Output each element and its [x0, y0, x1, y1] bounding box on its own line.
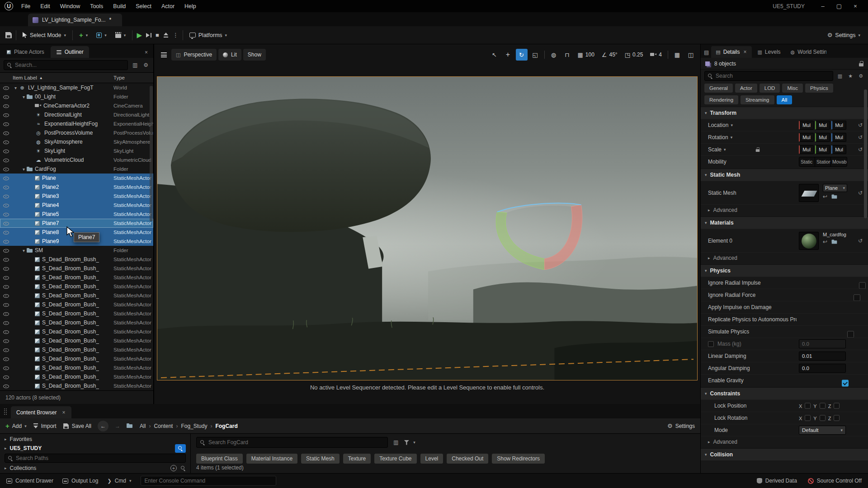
visibility-toggle[interactable] — [0, 155, 12, 164]
output-log-button[interactable]: Output Log — [62, 478, 98, 484]
add-collection-icon[interactable]: + — [170, 465, 177, 471]
select-tool-button[interactable]: ↖ — [489, 49, 500, 61]
camera-speed-button[interactable]: 4 — [647, 49, 665, 61]
mass-kg-input[interactable]: 0.0 — [799, 339, 846, 348]
mode-dropdown[interactable]: Default▾ — [799, 426, 846, 435]
expander-caret-icon[interactable]: ▾ — [21, 167, 27, 172]
eject-button[interactable] — [163, 33, 169, 38]
material-thumbnail[interactable] — [799, 232, 819, 250]
menu-select[interactable]: Select — [131, 2, 156, 11]
maximize-button[interactable]: ▢ — [831, 3, 847, 9]
section-header-collision[interactable]: ▾ Collision — [701, 448, 868, 460]
visibility-toggle[interactable] — [0, 201, 12, 210]
filter-chip-texture[interactable]: Texture — [343, 454, 371, 464]
scale-y-field[interactable]: Mul — [815, 145, 830, 154]
menu-edit[interactable]: Edit — [36, 2, 55, 11]
lock-rotation-y-checkbox[interactable] — [820, 415, 826, 421]
visibility-toggle[interactable] — [0, 183, 12, 192]
rotation-z-field[interactable]: Mul — [831, 133, 846, 142]
scale-lock-icon[interactable] — [756, 147, 760, 152]
rotate-tool-button[interactable]: ↻ — [516, 49, 528, 61]
panel-menu-icon[interactable]: ▤ — [703, 49, 710, 56]
category-tab-misc[interactable]: Misc — [782, 84, 803, 93]
enable-gravity-checkbox[interactable] — [842, 380, 849, 386]
visibility-toggle[interactable] — [0, 354, 12, 363]
ignore-radial-force-checkbox[interactable] — [854, 294, 860, 301]
world-space-button[interactable]: ◍ — [548, 49, 560, 61]
filter-chip-checked-out[interactable]: Checked Out — [447, 454, 488, 464]
move-tool-button[interactable]: + — [502, 49, 514, 61]
view-options-icon[interactable]: ▥ — [131, 62, 139, 68]
mobility-static[interactable]: Static — [799, 157, 815, 166]
visibility-toggle[interactable] — [0, 119, 12, 128]
favorites-section[interactable]: ▸ Favorites — [0, 435, 190, 444]
visibility-toggle[interactable] — [0, 137, 12, 146]
outliner-settings-gear-icon[interactable]: ⚙ — [142, 62, 150, 68]
rotation-snap-button[interactable]: ∠45° — [599, 49, 620, 61]
viewport-layout-button[interactable]: ▦ — [671, 49, 683, 61]
location-y-field[interactable]: Mul — [815, 121, 830, 130]
visibility-toggle[interactable] — [0, 363, 12, 372]
visibility-toggle[interactable] — [0, 381, 12, 390]
section-header-physics[interactable]: ▾ Physics — [701, 264, 868, 277]
filter-tab-rendering[interactable]: Rendering — [704, 95, 738, 104]
visibility-toggle[interactable] — [0, 336, 12, 345]
outliner-row[interactable]: S_Dead_Broom_Bush_StaticMeshActor — [0, 336, 153, 345]
advanced-expander[interactable]: ▸ Advanced — [701, 436, 868, 447]
outliner-row[interactable]: ☀DirectionalLightDirectionalLight — [0, 110, 153, 119]
filter-funnel-icon[interactable] — [404, 440, 409, 445]
category-tab-lod[interactable]: LOD — [760, 84, 780, 93]
level-asset-tab[interactable]: LV_Lighting_Sample_Fo... * — [28, 14, 122, 26]
search-paths-toggle[interactable] — [175, 444, 186, 453]
visibility-toggle[interactable] — [0, 264, 12, 273]
lock-rotation-z-checkbox[interactable] — [834, 415, 840, 421]
details-search-input[interactable]: Search — [704, 71, 833, 81]
visibility-toggle[interactable] — [0, 237, 12, 246]
mobility-movable[interactable]: Movable — [831, 157, 847, 166]
favorites-star-icon[interactable]: ★ — [847, 73, 854, 79]
outliner-row[interactable]: S_Dead_Broom_Bush_StaticMeshActor — [0, 381, 153, 390]
view-mode-dropdown[interactable]: Lit — [218, 49, 241, 61]
save-icon[interactable] — [5, 32, 12, 38]
ignore-radial-impulse-checkbox[interactable] — [859, 282, 866, 289]
section-header-transform[interactable]: ▾ Transform — [701, 107, 868, 119]
outliner-row[interactable]: S_Dead_Broom_Bush_StaticMeshActor — [0, 363, 153, 372]
search-paths-input[interactable]: Search Paths — [5, 454, 186, 463]
visibility-toggle[interactable] — [0, 92, 12, 101]
outliner-row[interactable]: S_Dead_Broom_Bush_StaticMeshActor — [0, 273, 153, 282]
derived-data-button[interactable]: Derived Data — [757, 478, 797, 484]
outliner-row[interactable]: ▾SMFolder — [0, 246, 153, 255]
blueprints-dropdown[interactable]: ▾ — [94, 33, 109, 38]
play-button[interactable]: ▶ — [137, 32, 142, 38]
menu-build[interactable]: Build — [108, 2, 130, 11]
rotation-y-field[interactable]: Mul — [815, 133, 830, 142]
rotation-x-field[interactable]: Mul — [799, 133, 814, 142]
visibility-toggle[interactable] — [0, 110, 12, 119]
details-scrollbar[interactable] — [864, 89, 867, 218]
menu-actor[interactable]: Actor — [157, 2, 179, 11]
tab-details[interactable]: ▤ Details × — [711, 46, 752, 58]
close-icon[interactable]: × — [61, 409, 66, 416]
close-icon[interactable]: × — [140, 49, 152, 58]
lock-icon[interactable] — [859, 61, 863, 66]
outliner-row[interactable]: PlaneStaticMeshActor — [0, 174, 153, 183]
menu-tools[interactable]: Tools — [85, 2, 108, 11]
surface-snap-button[interactable]: ⊓ — [561, 49, 573, 61]
outliner-search-input[interactable]: Search... — [4, 60, 128, 70]
simulate-physics-checkbox[interactable] — [847, 331, 854, 338]
advanced-expander[interactable]: ▸ Advanced — [701, 204, 868, 216]
outliner-row[interactable]: S_Dead_Broom_Bush_StaticMeshActor — [0, 282, 153, 291]
visibility-toggle[interactable] — [0, 246, 12, 255]
visibility-toggle[interactable] — [0, 273, 12, 282]
add-button[interactable]: + Add▾ — [5, 422, 27, 429]
back-button[interactable]: ← — [98, 421, 108, 432]
outliner-row[interactable]: S_Dead_Broom_Bush_StaticMeshActor — [0, 309, 153, 318]
reset-to-default-icon[interactable]: ↺ — [858, 190, 863, 196]
add-content-dropdown[interactable]: +▾ — [77, 32, 90, 38]
visibility-toggle[interactable] — [0, 372, 12, 381]
tab-levels[interactable]: ▥ Levels — [753, 46, 785, 58]
select-mode-dropdown[interactable]: Select Mode▾ — [20, 32, 68, 38]
static-mesh-dropdown[interactable]: Plane▾ — [823, 184, 847, 192]
tab-world-settings[interactable]: ◍ World Settings — [786, 46, 831, 58]
outliner-scrollbar[interactable] — [150, 86, 153, 221]
